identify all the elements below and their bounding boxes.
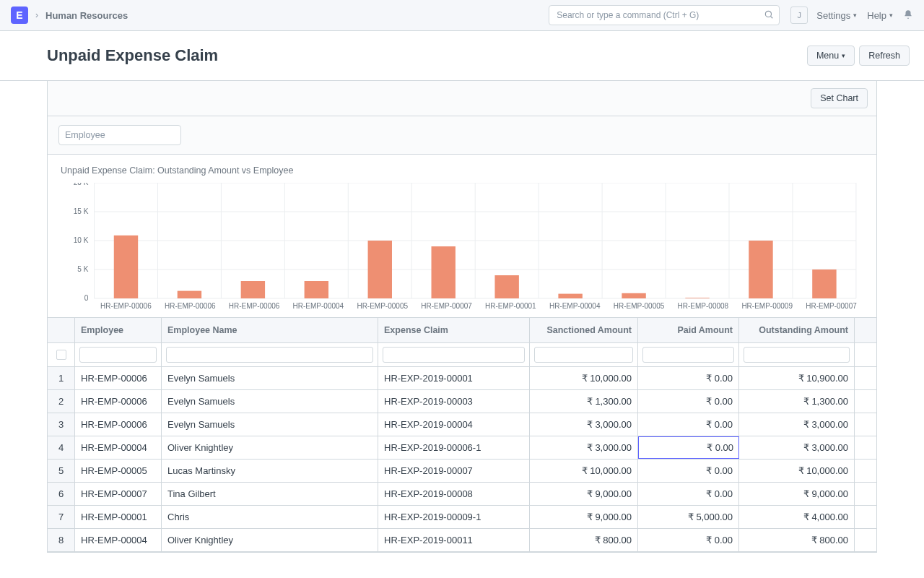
header-paid[interactable]: Paid Amount [638, 318, 739, 342]
set-chart-button[interactable]: Set Chart [811, 88, 868, 108]
svg-rect-27 [241, 281, 265, 298]
chart-x-label: HR-EMP-00001 [479, 302, 543, 310]
cell-sanctioned[interactable]: ₹ 10,000.00 [530, 460, 638, 482]
breadcrumb[interactable]: Human Resources [45, 10, 128, 21]
cell-outstanding[interactable]: ₹ 10,000.00 [739, 460, 855, 482]
filter-employee-name[interactable] [166, 347, 373, 363]
cell-paid[interactable]: ₹ 0.00 [638, 483, 739, 505]
table-row[interactable]: 5HR-EMP-00005Lucas MartinskyHR-EXP-2019-… [48, 460, 876, 483]
filter-paid[interactable] [642, 347, 734, 363]
cell-outstanding[interactable]: ₹ 9,000.00 [739, 483, 855, 505]
svg-rect-29 [368, 241, 392, 298]
cell-expense-claim[interactable]: HR-EXP-2019-00009-1 [378, 506, 530, 528]
cell-expense-claim[interactable]: HR-EXP-2019-00001 [378, 367, 530, 389]
header-employee-name[interactable]: Employee Name [162, 318, 378, 342]
cell-sanctioned[interactable]: ₹ 9,000.00 [530, 483, 638, 505]
table-row[interactable]: 4HR-EMP-00004Oliver KnightleyHR-EXP-2019… [48, 436, 876, 460]
row-index[interactable]: 1 [48, 367, 75, 389]
cell-sanctioned[interactable]: ₹ 3,000.00 [530, 413, 638, 436]
settings-menu[interactable]: Settings▾ [816, 10, 857, 21]
cell-outstanding[interactable]: ₹ 3,000.00 [739, 413, 855, 436]
cell-employee[interactable]: HR-EMP-00006 [75, 413, 162, 436]
table-row[interactable]: 3HR-EMP-00006Evelyn SamuelsHR-EXP-2019-0… [48, 413, 876, 436]
cell-outstanding[interactable]: ₹ 10,900.00 [739, 367, 855, 389]
chart-x-label: HR-EMP-00005 [350, 302, 414, 310]
refresh-button[interactable]: Refresh [859, 46, 910, 66]
cell-employee[interactable]: HR-EMP-00001 [75, 506, 162, 528]
cell-employee-name[interactable]: Lucas Martinsky [162, 460, 378, 482]
cell-employee[interactable]: HR-EMP-00006 [75, 367, 162, 389]
cell-paid[interactable]: ₹ 0.00 [638, 436, 739, 459]
table-row[interactable]: 2HR-EMP-00006Evelyn SamuelsHR-EXP-2019-0… [48, 390, 876, 413]
cell-employee-name[interactable]: Evelyn Samuels [162, 413, 378, 436]
row-index[interactable]: 6 [48, 483, 75, 505]
cell-employee-name[interactable]: Tina Gilbert [162, 483, 378, 505]
cell-paid[interactable]: ₹ 0.00 [638, 413, 739, 436]
cell-outstanding[interactable]: ₹ 800.00 [739, 529, 855, 551]
cell-employee[interactable]: HR-EMP-00006 [75, 390, 162, 413]
cell-employee-name[interactable]: Evelyn Samuels [162, 367, 378, 389]
header-outstanding[interactable]: Outstanding Amount [739, 318, 855, 342]
search-input[interactable] [549, 5, 780, 25]
app-logo[interactable]: E [11, 7, 28, 24]
row-index[interactable]: 8 [48, 529, 75, 551]
cell-sanctioned[interactable]: ₹ 10,000.00 [530, 367, 638, 389]
cell-paid[interactable]: ₹ 0.00 [638, 367, 739, 389]
filter-employee[interactable] [79, 347, 157, 363]
cell-sanctioned[interactable]: ₹ 800.00 [530, 529, 638, 551]
cell-expense-claim[interactable]: HR-EXP-2019-00004 [378, 413, 530, 436]
row-index[interactable]: 7 [48, 506, 75, 528]
cell-employee-name[interactable]: Oliver Knightley [162, 529, 378, 551]
cell-employee[interactable]: HR-EMP-00004 [75, 436, 162, 459]
row-index[interactable]: 2 [48, 390, 75, 413]
svg-text:10 K: 10 K [74, 236, 89, 244]
table-row[interactable]: 8HR-EMP-00004Oliver KnightleyHR-EXP-2019… [48, 529, 876, 552]
cell-paid[interactable]: ₹ 0.00 [638, 390, 739, 413]
cell-outstanding[interactable]: ₹ 1,300.00 [739, 390, 855, 413]
cell-outstanding[interactable]: ₹ 4,000.00 [739, 506, 855, 528]
cell-paid[interactable]: ₹ 0.00 [638, 529, 739, 551]
header-expense-claim[interactable]: Expense Claim [378, 318, 530, 342]
cell-employee[interactable]: HR-EMP-00005 [75, 460, 162, 482]
employee-filter-input[interactable] [58, 125, 181, 145]
menu-button[interactable]: Menu▾ [807, 46, 855, 66]
cell-expense-claim[interactable]: HR-EXP-2019-00007 [378, 460, 530, 482]
cell-expense-claim[interactable]: HR-EXP-2019-00011 [378, 529, 530, 551]
cell-sanctioned[interactable]: ₹ 1,300.00 [530, 390, 638, 413]
help-menu[interactable]: Help▾ [867, 10, 893, 21]
cell-sanctioned[interactable]: ₹ 9,000.00 [530, 506, 638, 528]
cell-outstanding[interactable]: ₹ 3,000.00 [739, 436, 855, 459]
header-sanctioned[interactable]: Sanctioned Amount [530, 318, 638, 342]
cell-employee-name[interactable]: Chris [162, 506, 378, 528]
svg-rect-35 [749, 241, 772, 298]
svg-rect-33 [622, 293, 645, 298]
svg-rect-30 [432, 246, 456, 298]
cell-expense-claim[interactable]: HR-EXP-2019-00008 [378, 483, 530, 505]
header-employee[interactable]: Employee [75, 318, 162, 342]
menu-label: Menu [816, 51, 839, 61]
cell-sanctioned[interactable]: ₹ 3,000.00 [530, 436, 638, 459]
svg-rect-36 [812, 269, 836, 298]
table-row[interactable]: 6HR-EMP-00007Tina GilbertHR-EXP-2019-000… [48, 483, 876, 506]
table-row[interactable]: 7HR-EMP-00001ChrisHR-EXP-2019-00009-1₹ 9… [48, 506, 876, 529]
bell-icon[interactable] [903, 9, 913, 22]
row-index[interactable]: 4 [48, 436, 75, 459]
cell-expense-claim[interactable]: HR-EXP-2019-00003 [378, 390, 530, 413]
cell-paid[interactable]: ₹ 0.00 [638, 460, 739, 482]
cell-expense-claim[interactable]: HR-EXP-2019-00006-1 [378, 436, 530, 459]
chevron-right-icon: › [35, 10, 38, 20]
table-row[interactable]: 1HR-EMP-00006Evelyn SamuelsHR-EXP-2019-0… [48, 367, 876, 390]
select-all-checkbox[interactable] [48, 343, 75, 366]
row-index[interactable]: 3 [48, 413, 75, 436]
user-avatar[interactable]: J [790, 7, 808, 24]
cell-employee-name[interactable]: Oliver Knightley [162, 436, 378, 459]
cell-employee-name[interactable]: Evelyn Samuels [162, 390, 378, 413]
filter-outstanding[interactable] [744, 347, 850, 363]
chart-x-label: HR-EMP-00004 [286, 302, 350, 310]
cell-paid[interactable]: ₹ 5,000.00 [638, 506, 739, 528]
filter-expense-claim[interactable] [383, 347, 525, 363]
cell-employee[interactable]: HR-EMP-00007 [75, 483, 162, 505]
row-index[interactable]: 5 [48, 460, 75, 482]
cell-employee[interactable]: HR-EMP-00004 [75, 529, 162, 551]
filter-sanctioned[interactable] [534, 347, 633, 363]
